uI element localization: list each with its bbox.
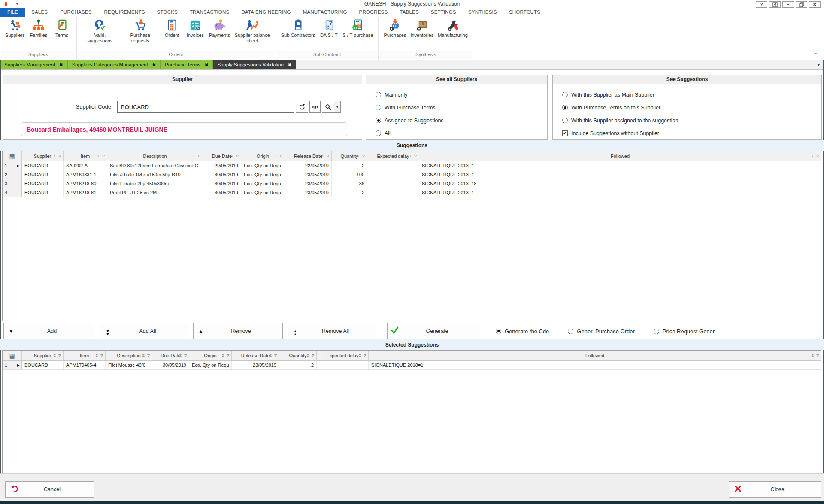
ribbon-button-sub-contractors[interactable]: Sub Contractors <box>279 18 317 39</box>
cell-due-date[interactable]: 29/05/2019 <box>203 161 241 170</box>
sort-filter-icons[interactable]: Σ ∇ <box>409 154 418 158</box>
cell-supplier[interactable]: BOUCARD <box>22 161 64 170</box>
tab-overflow-icon[interactable]: ▾ <box>818 63 820 67</box>
column-header-supplier[interactable]: SupplierΣ ∇ <box>22 151 64 161</box>
column-header-item[interactable]: ItemΣ ∇ <box>64 351 106 360</box>
column-header-due-date[interactable]: Due DateΣ ∇ <box>203 151 241 161</box>
close-window-button[interactable]: ✕ <box>809 1 821 8</box>
column-header-description[interactable]: DescriptionΣ ∇ <box>107 151 203 161</box>
table-row[interactable]: 1▶BOUCARDSA0202-ASac BD 80x120mm Fermetu… <box>3 161 821 170</box>
sort-filter-icons[interactable]: Σ ∇ <box>142 353 151 358</box>
menu-item-manufacturing[interactable]: MANUFACTURING <box>297 8 353 17</box>
cell-expected-delay[interactable] <box>367 170 419 179</box>
sort-filter-icons[interactable]: Σ ∇ <box>812 353 820 358</box>
refresh-button[interactable] <box>296 101 308 113</box>
tab-purchase-terms[interactable]: Purchase Terms✖ <box>161 60 213 69</box>
cell-due-date[interactable]: 30/05/2019 <box>203 170 241 179</box>
sort-filter-icons[interactable]: Σ ∇ <box>307 353 315 358</box>
generate-button[interactable]: Generate <box>387 323 481 339</box>
cell-description[interactable]: Filet Mousse 40/6 <box>106 361 152 369</box>
sort-filter-icons[interactable]: Σ ∇ <box>96 353 104 358</box>
view-eye-button[interactable] <box>309 101 321 113</box>
radio-with-purchase-terms[interactable]: With Purchase Terms <box>376 103 547 112</box>
ribbon-button-families[interactable]: Families <box>27 18 50 39</box>
sort-filter-icons[interactable]: Σ ∇ <box>54 353 62 358</box>
sort-filter-icons[interactable]: Σ ∇ <box>179 353 188 358</box>
sort-filter-icons[interactable]: Σ ∇ <box>222 353 230 358</box>
column-header-item[interactable]: ItemΣ ∇ <box>64 151 107 161</box>
cell-quantity[interactable]: 36 <box>332 179 367 188</box>
column-header-followed[interactable]: FollowedΣ ∇ <box>369 351 821 360</box>
minimize-window-button[interactable]: – <box>782 1 794 8</box>
row-header-cell[interactable]: 1▶ <box>3 361 22 369</box>
tab-close-icon[interactable]: ✖ <box>288 63 291 67</box>
remove-all-button[interactable]: ▲▲ Remove All <box>288 323 377 339</box>
cell-release-date[interactable]: 23/05/2019 <box>285 170 332 179</box>
cell-quantity[interactable]: 2 <box>279 361 317 369</box>
checkbox-include-suggestions-without-supplier[interactable]: ✓Include Suggestions without Supplier <box>562 129 821 138</box>
table-row[interactable]: 3BOUCARDAPM16218-80Film Etirable 20µ 450… <box>3 179 821 188</box>
cell-description[interactable]: Profil PE UT 25 en 2M <box>107 188 203 197</box>
radio-gener-purchase-order[interactable]: Gener. Purchase Order <box>568 328 634 335</box>
sort-filter-icons[interactable]: Σ ∇ <box>812 154 820 158</box>
sort-filter-icons[interactable]: Σ ∇ <box>97 154 106 158</box>
column-header-supplier[interactable]: SupplierΣ ∇ <box>22 351 64 360</box>
cell-due-date[interactable]: 30/05/2019 <box>152 361 189 369</box>
sort-filter-icons[interactable]: Σ ∇ <box>54 154 62 158</box>
table-row[interactable]: 4BOUCARDAPM16218-81Profil PE UT 25 en 2M… <box>3 188 821 197</box>
ribbon-button-manufacturing[interactable]: Manufacturing <box>436 18 470 39</box>
sort-filter-icons[interactable]: Σ ∇ <box>359 353 367 358</box>
cell-release-date[interactable]: 23/05/2019 <box>285 188 332 197</box>
menu-item-shortcuts[interactable]: SHORTCUTS <box>503 8 546 17</box>
cell-quantity[interactable]: 100 <box>332 170 367 179</box>
ribbon-button-da-s-t[interactable]: ?DA S / T <box>317 18 340 39</box>
sort-filter-icons[interactable]: Σ ∇ <box>275 154 283 158</box>
ribbon-button-payments[interactable]: Payments <box>207 18 232 39</box>
column-header-due-date[interactable]: Due DateΣ ∇ <box>152 351 189 360</box>
ribbon-button-purchases[interactable]: Purchases <box>382 18 408 39</box>
cell-supplier[interactable]: BOUCARD <box>22 179 64 188</box>
cell-followed[interactable]: SIGNALETIQUE 2018=18 <box>419 179 821 188</box>
ribbon-button-s-t-purchase[interactable]: STS / T purchase <box>340 18 375 39</box>
cell-supplier[interactable]: BOUCARD <box>22 188 64 197</box>
radio-generate-the-cde[interactable]: Generate the Cde <box>496 328 549 335</box>
cell-origin[interactable]: Eco. Qty on Requ <box>241 170 285 179</box>
radio-with-purchase-terms-on-this-supplier[interactable]: With Purchase Terms on this Supplier <box>562 103 821 112</box>
menu-item-stocks[interactable]: STOCKS <box>151 8 184 17</box>
ribbon-button-orders[interactable]: Orders <box>161 18 184 39</box>
row-header-cell[interactable]: 3 <box>3 179 22 188</box>
cell-origin[interactable]: Eco. Qty on Requ <box>189 361 232 369</box>
row-header-cell[interactable]: 1▶ <box>3 161 22 170</box>
cell-due-date[interactable]: 30/05/2019 <box>203 179 241 188</box>
cell-item[interactable]: APM16218-81 <box>64 188 107 197</box>
column-header-expected-delay[interactable]: Expected delayΣ ∇ <box>317 351 369 360</box>
grid-selector-cell[interactable]: ▦ <box>3 151 22 161</box>
column-header-quantity[interactable]: QuantityΣ ∇ <box>279 351 317 360</box>
supplier-code-input[interactable] <box>117 101 294 113</box>
restore-window-button[interactable] <box>796 1 807 8</box>
cell-quantity[interactable]: 2 <box>332 161 367 170</box>
column-header-expected-delay[interactable]: Expected delayΣ ∇ <box>367 151 419 161</box>
radio-main-only[interactable]: Main only <box>376 90 547 99</box>
cell-expected-delay[interactable] <box>367 188 419 197</box>
cell-supplier[interactable]: BOUCARD <box>22 361 64 369</box>
cell-item[interactable]: APM16218-80 <box>64 179 107 188</box>
column-header-quantity[interactable]: QuantityΣ ∇ <box>332 151 367 161</box>
radio-all[interactable]: All <box>376 129 547 138</box>
menu-item-purchases[interactable]: PURCHASES <box>54 8 98 17</box>
sort-filter-icons[interactable]: Σ ∇ <box>231 154 239 158</box>
cell-description[interactable]: Film à bulle 1M x x150m 50µ Ø10 <box>107 170 203 179</box>
cell-item[interactable]: APM170405-4 <box>64 361 106 369</box>
column-header-release-date[interactable]: Release DateΣ ∇ <box>232 351 279 360</box>
table-row[interactable]: 1▶BOUCARDAPM170405-4Filet Mousse 40/630/… <box>3 361 821 370</box>
cancel-button[interactable]: Cancel <box>5 481 94 498</box>
column-header-origin[interactable]: OriginΣ ∇ <box>189 351 232 360</box>
row-header-cell[interactable]: 4 <box>3 188 22 197</box>
ribbon-collapse-icon[interactable]: ⌃ <box>814 52 818 58</box>
ribbon-button-suppliers[interactable]: Suppliers <box>3 18 27 39</box>
menu-item-progress[interactable]: PROGRESS <box>353 8 394 17</box>
column-header-origin[interactable]: OriginΣ ∇ <box>241 151 285 161</box>
cell-origin[interactable]: Eco. Qty on Requ <box>241 188 285 197</box>
tab-close-icon[interactable]: ✖ <box>152 63 156 67</box>
pin-window-button[interactable] <box>769 1 781 8</box>
